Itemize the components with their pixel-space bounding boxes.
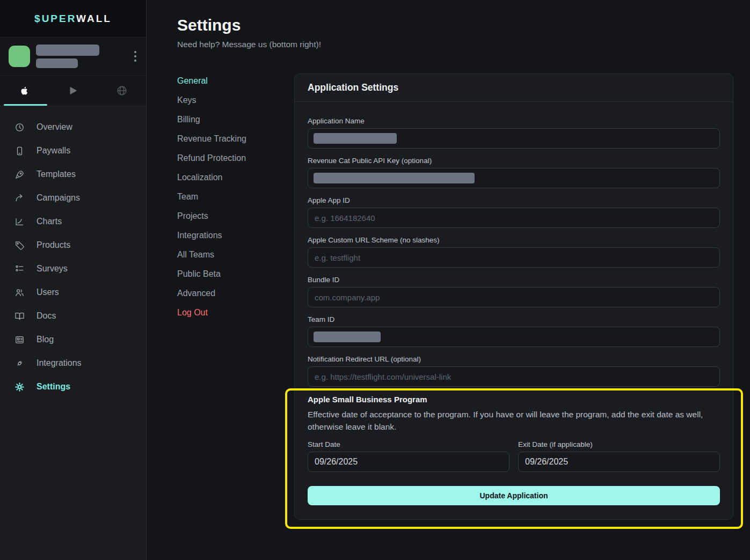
field-label: Team ID <box>308 315 720 323</box>
chart-icon <box>14 217 25 227</box>
book-icon <box>14 311 25 321</box>
sidebar-item-surveys[interactable]: Surveys <box>0 257 146 281</box>
settings-nav-log-out[interactable]: Log Out <box>177 303 279 322</box>
sidebar-item-label: Campaigns <box>37 193 80 203</box>
sbp-description: Effective date of acceptance to the prog… <box>308 408 720 433</box>
field-label: Notification Redirect URL (optional) <box>308 355 720 363</box>
redacted-value <box>314 133 397 144</box>
redacted-value <box>314 173 475 183</box>
play-icon <box>67 85 79 97</box>
sidebar-item-products[interactable]: Products <box>0 233 146 257</box>
update-application-button[interactable]: Update Application <box>308 486 720 505</box>
sidebar-item-blog[interactable]: Blog <box>0 328 146 351</box>
sidebar-item-paywalls[interactable]: Paywalls <box>0 139 146 163</box>
revenuecat-api-key-input[interactable] <box>308 168 720 188</box>
settings-nav: General Keys Billing Revenue Tracking Re… <box>177 71 279 322</box>
workspace-name-redacted <box>36 45 99 68</box>
settings-nav-public-beta[interactable]: Public Beta <box>177 264 279 284</box>
settings-nav-keys[interactable]: Keys <box>177 91 279 110</box>
sidebar-item-label: Charts <box>37 217 62 226</box>
exit-date-input[interactable] <box>518 452 720 472</box>
field-apple-app-id: Apple App ID <box>308 196 720 228</box>
redacted-workspace-title <box>36 45 99 56</box>
sidebar-item-label: Surveys <box>37 264 68 274</box>
sidebar-item-label: Overview <box>37 122 72 132</box>
sbp-title: Apple Small Business Program <box>308 395 720 404</box>
team-id-input[interactable] <box>308 327 720 347</box>
field-label: Exit Date (if applicable) <box>518 440 720 448</box>
sidebar-item-label: Paywalls <box>37 146 70 156</box>
page-header: Settings Need help? Message us (bottom r… <box>177 16 321 49</box>
page-title: Settings <box>177 16 321 34</box>
tab-apple[interactable] <box>0 76 49 106</box>
settings-nav-localization[interactable]: Localization <box>177 168 279 187</box>
field-label: Revenue Cat Public API Key (optional) <box>308 157 720 165</box>
kebab-menu-icon[interactable] <box>132 49 139 64</box>
field-label: Apple Custom URL Scheme (no slashes) <box>308 236 720 244</box>
workspace-avatar[interactable] <box>9 46 30 67</box>
field-apple-url-scheme: Apple Custom URL Scheme (no slashes) <box>308 236 720 268</box>
sidebar-item-label: Blog <box>37 335 54 344</box>
application-settings-card: Application Settings Application Name Re… <box>294 73 733 520</box>
field-label: Apple App ID <box>308 196 720 204</box>
sidebar-item-settings[interactable]: Settings <box>0 375 146 399</box>
apple-small-business-program-section: Apple Small Business Program Effective d… <box>308 395 720 505</box>
sidebar-item-users[interactable]: Users <box>0 281 146 304</box>
tag-icon <box>14 240 25 250</box>
sidebar-item-integrations[interactable]: Integrations <box>0 351 146 375</box>
tab-google-play[interactable] <box>49 76 98 106</box>
sidebar-item-templates[interactable]: Templates <box>0 163 146 186</box>
field-exit-date: Exit Date (if applicable) <box>518 440 720 472</box>
settings-nav-advanced[interactable]: Advanced <box>177 284 279 303</box>
sidebar-item-label: Docs <box>37 311 56 321</box>
sbp-date-row: Start Date Exit Date (if applicable) <box>308 440 720 472</box>
redacted-value <box>314 331 381 342</box>
field-team-id: Team ID <box>308 315 720 347</box>
card-title: Application Settings <box>295 74 733 102</box>
campaign-arrow-icon <box>14 193 25 203</box>
sidebar-item-label: Users <box>37 288 59 297</box>
sidebar-item-docs[interactable]: Docs <box>0 304 146 328</box>
settings-nav-general[interactable]: General <box>177 71 279 91</box>
workspace-switcher[interactable] <box>0 38 146 76</box>
settings-nav-projects[interactable]: Projects <box>177 207 279 226</box>
users-icon <box>14 288 25 298</box>
field-revenuecat-api-key: Revenue Cat Public API Key (optional) <box>308 157 720 188</box>
brand-logo-text: $UPERWALL <box>34 13 112 25</box>
sidebar-item-charts[interactable]: Charts <box>0 210 146 233</box>
platform-tabs <box>0 76 146 106</box>
globe-icon <box>116 85 128 97</box>
brand-logo[interactable]: $UPERWALL <box>0 0 146 38</box>
settings-nav-all-teams[interactable]: All Teams <box>177 245 279 264</box>
field-label: Bundle ID <box>308 276 720 284</box>
sidebar-item-overview[interactable]: Overview <box>0 115 146 139</box>
tab-web[interactable] <box>97 76 146 106</box>
apple-url-scheme-input[interactable] <box>308 247 720 268</box>
field-label: Start Date <box>308 440 509 448</box>
rocket-icon <box>14 170 25 180</box>
app-sidebar: $UPERWALL Overview <box>0 0 147 560</box>
settings-nav-team[interactable]: Team <box>177 187 279 207</box>
settings-nav-revenue-tracking[interactable]: Revenue Tracking <box>177 129 279 149</box>
field-start-date: Start Date <box>308 440 509 472</box>
apple-app-id-input[interactable] <box>308 208 720 228</box>
apple-icon <box>18 85 30 97</box>
sidebar-item-label: Products <box>37 240 70 250</box>
brand-logo-prefix: $UPER <box>34 13 76 24</box>
brand-logo-suffix: WALL <box>76 13 112 24</box>
plug-icon <box>14 358 25 369</box>
settings-nav-billing[interactable]: Billing <box>177 110 279 129</box>
newspaper-icon <box>14 335 25 345</box>
field-application-name: Application Name <box>308 117 720 149</box>
bundle-id-input[interactable] <box>308 287 720 307</box>
settings-nav-refund-protection[interactable]: Refund Protection <box>177 149 279 168</box>
field-bundle-id: Bundle ID <box>308 276 720 307</box>
notification-redirect-url-input[interactable] <box>308 366 720 387</box>
field-notification-redirect-url: Notification Redirect URL (optional) <box>308 355 720 387</box>
start-date-input[interactable] <box>308 452 509 472</box>
sidebar-item-label: Integrations <box>37 358 82 368</box>
overview-clock-icon <box>14 122 25 132</box>
application-name-input[interactable] <box>308 128 720 149</box>
sidebar-item-campaigns[interactable]: Campaigns <box>0 186 146 210</box>
settings-nav-integrations[interactable]: Integrations <box>177 226 279 245</box>
